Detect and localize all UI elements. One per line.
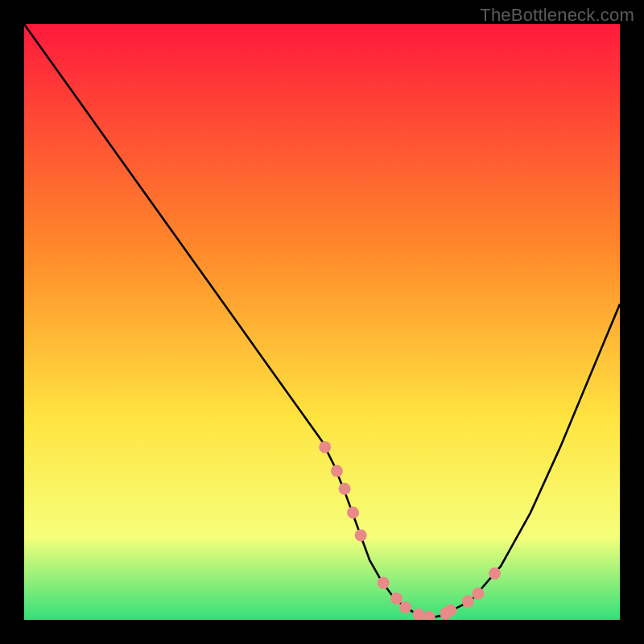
marker-point bbox=[472, 588, 484, 600]
marker-point bbox=[399, 601, 411, 613]
marker-point bbox=[444, 605, 456, 617]
marker-point bbox=[347, 506, 359, 518]
chart-container: { "watermark": "TheBottleneck.com", "col… bbox=[0, 0, 644, 644]
marker-point bbox=[339, 483, 351, 495]
marker-point bbox=[378, 577, 390, 589]
gradient-background bbox=[24, 24, 620, 620]
marker-point bbox=[355, 529, 367, 541]
marker-point bbox=[319, 441, 331, 453]
marker-point bbox=[390, 592, 402, 605]
marker-point bbox=[462, 596, 474, 608]
plot-area bbox=[24, 24, 620, 620]
watermark-text: TheBottleneck.com bbox=[480, 5, 634, 26]
chart-svg bbox=[24, 24, 620, 620]
marker-point bbox=[331, 465, 343, 477]
marker-point bbox=[489, 568, 501, 580]
